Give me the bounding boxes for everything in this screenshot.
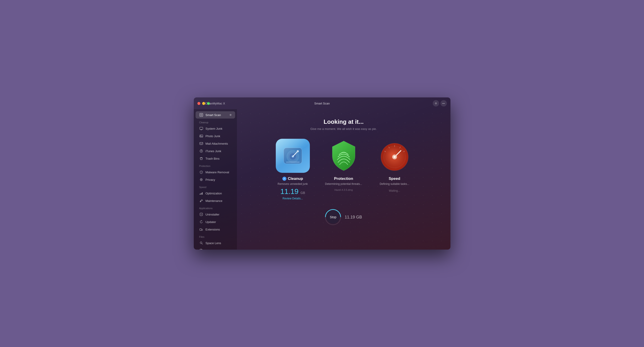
speed-card-title: Speed [389,176,400,181]
updater-label: Updater [206,220,216,224]
stop-area: Stop 11.19 GB [325,209,362,225]
app-title: CleanMyMac X [205,102,225,105]
more-button[interactable]: ••• [440,100,447,106]
svg-rect-30 [284,148,302,164]
svg-point-32 [288,152,298,162]
svg-rect-16 [200,194,200,194]
main-subtitle: Give me a moment. We all wish it was eas… [310,127,377,130]
itunes-icon [199,149,203,153]
sidebar-item-updater[interactable]: Updater [196,218,235,226]
photo-junk-icon [199,134,203,138]
app-window: CleanMyMac X Smart Scan ⚙ ••• Smart Scan [194,98,450,250]
cleanup-check-icon: ✓ [282,177,286,181]
trash-icon [199,156,203,160]
speed-card-desc: Defining suitable tasks... [380,182,409,186]
review-details-link[interactable]: Review Details... [282,197,303,200]
sidebar-item-mail-attachments[interactable]: Mail Attachments [196,140,235,147]
svg-point-14 [200,178,202,181]
uninstaller-icon [199,212,203,216]
speed-card-icon [378,139,412,173]
protection-card: Protection Determining potential threats… [321,139,366,191]
extensions-label: Extensions [206,228,220,231]
protection-card-title: Protection [334,176,353,181]
svg-line-35 [293,151,298,156]
extensions-icon [199,227,203,232]
titlebar: CleanMyMac X Smart Scan ⚙ ••• [194,98,450,109]
svg-rect-29 [284,148,302,164]
speed-section-label: Speed [194,184,237,190]
svg-rect-18 [202,192,203,194]
speed-card: Speed Defining suitable tasks... Waiting… [372,139,417,192]
cards-row: ✓ Cleanup Removes unneeded junk 11.19 GB… [270,139,417,200]
large-old-files-label: Large & Old Files [206,249,228,250]
optimization-icon [199,191,203,195]
maintenance-icon [199,199,203,203]
sidebar-item-system-junk[interactable]: System Junk [196,125,235,132]
svg-point-31 [286,150,299,163]
close-button[interactable] [198,102,200,105]
svg-point-36 [297,150,299,152]
sidebar-item-optimization[interactable]: Optimization [196,190,235,197]
cleanup-card-desc: Removes unneeded junk [278,182,308,186]
svg-rect-17 [201,193,202,194]
sidebar-item-trash-bins[interactable]: Trash Bins [196,155,235,162]
svg-rect-0 [200,113,203,116]
svg-point-13 [201,172,202,173]
itunes-junk-label: iTunes Junk [206,150,222,153]
svg-point-33 [290,153,296,160]
main-content: Looking at it... Give me a moment. We al… [237,109,450,250]
privacy-icon [199,178,203,182]
smart-scan-icon [199,113,203,117]
cleanup-card-title: ✓ Cleanup [282,176,303,181]
system-junk-label: System Junk [206,127,222,130]
mail-icon [199,142,203,146]
svg-point-15 [201,179,202,180]
files-section-label: Files [194,233,237,239]
titlebar-actions: ⚙ ••• [433,100,447,106]
svg-point-19 [200,201,201,202]
sidebar-item-privacy[interactable]: Privacy [196,176,235,183]
malware-removal-label: Malware Removal [206,170,229,174]
applications-section-label: Applications [194,204,237,210]
protection-section-label: Protection [194,162,237,168]
sidebar-item-photo-junk[interactable]: Photo Junk [196,132,235,140]
sidebar-item-itunes-junk[interactable]: iTunes Junk [196,148,235,155]
maintenance-label: Maintenance [206,199,222,202]
stop-size-text: 11.19 GB [344,215,362,220]
cleanup-card-size: 11.19 GB [280,188,305,195]
svg-rect-37 [286,162,300,163]
app-body: Smart Scan Cleanup System Junk [194,109,450,250]
uninstaller-label: Uninstaller [206,213,220,216]
settings-button[interactable]: ⚙ [433,100,439,106]
sidebar-item-large-old-files[interactable]: Large & Old Files [196,247,235,250]
updater-icon [199,220,203,224]
svg-point-9 [201,150,202,152]
titlebar-title: Smart Scan [314,102,330,105]
speed-card-waiting: Waiting... [389,189,400,192]
cleanup-card-icon [276,139,310,173]
minimize-button[interactable] [202,102,205,105]
cleanup-section-label: Cleanup [194,119,237,125]
stop-button-container: Stop [325,209,341,225]
svg-rect-7 [200,142,203,145]
privacy-label: Privacy [206,178,215,182]
sidebar-item-malware-removal[interactable]: Malware Removal [196,168,235,176]
system-junk-icon [199,126,203,130]
mail-attachments-label: Mail Attachments [206,142,228,145]
malware-icon [199,170,203,174]
space-lens-icon [199,241,203,245]
svg-point-23 [200,242,202,244]
sidebar: Smart Scan Cleanup System Junk [194,109,237,250]
sidebar-item-maintenance[interactable]: Maintenance [196,197,235,204]
sidebar-item-extensions[interactable]: Extensions [196,226,235,233]
space-lens-label: Space Lens [206,242,221,245]
protection-card-file: Hazel-4.3.5.dmg [334,188,353,191]
sidebar-item-space-lens[interactable]: Space Lens [196,239,235,246]
main-title: Looking at it... [324,118,364,125]
svg-line-24 [202,244,203,244]
sidebar-item-uninstaller[interactable]: Uninstaller [196,211,235,218]
sidebar-item-smart-scan[interactable]: Smart Scan [196,111,235,118]
smart-scan-label: Smart Scan [206,113,221,117]
optimization-label: Optimization [206,192,222,195]
svg-point-1 [200,114,202,116]
